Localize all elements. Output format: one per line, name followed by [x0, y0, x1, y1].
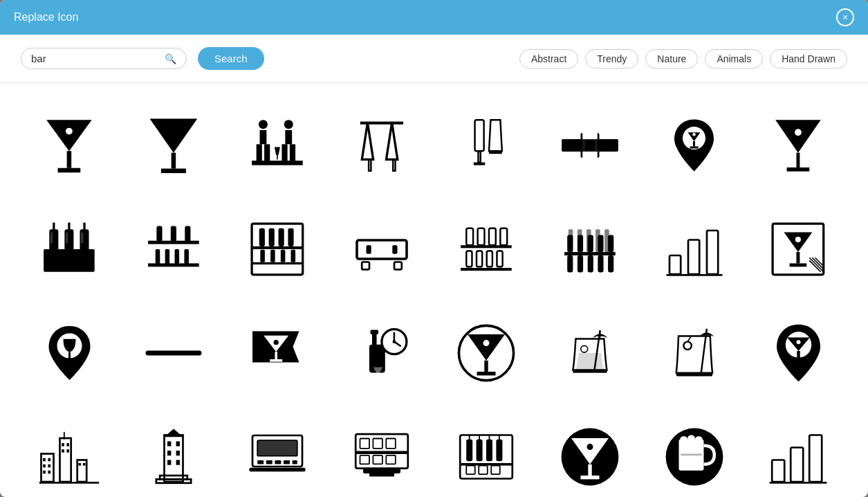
svg-point-144 — [796, 340, 800, 344]
svg-rect-145 — [797, 351, 800, 359]
icon-bar-table-top[interactable] — [333, 201, 430, 298]
icon-bar-display[interactable] — [333, 408, 430, 497]
icon-martini-banner[interactable] — [229, 305, 326, 401]
filter-abstract[interactable]: Abstract — [519, 49, 578, 69]
svg-rect-46 — [50, 232, 53, 243]
icon-beer-crate[interactable] — [21, 201, 118, 298]
search-button[interactable]: Search — [198, 47, 264, 70]
svg-marker-130 — [468, 334, 505, 361]
svg-marker-4 — [149, 119, 197, 153]
svg-point-131 — [483, 340, 489, 346]
svg-rect-162 — [64, 432, 65, 440]
svg-rect-203 — [466, 466, 475, 475]
svg-rect-178 — [266, 460, 273, 464]
icon-martini-pin[interactable] — [750, 305, 847, 401]
icon-martini-2[interactable] — [125, 97, 222, 194]
filter-trendy[interactable]: Trendy — [585, 49, 638, 69]
svg-point-11 — [284, 120, 293, 129]
search-input[interactable] — [31, 53, 159, 64]
svg-rect-57 — [184, 249, 189, 264]
svg-rect-197 — [496, 440, 502, 462]
svg-rect-190 — [386, 455, 396, 464]
svg-rect-199 — [479, 435, 480, 441]
filter-animals[interactable]: Animals — [705, 49, 763, 69]
svg-rect-51 — [156, 226, 162, 242]
svg-rect-59 — [252, 246, 303, 249]
icon-grid — [21, 97, 847, 497]
svg-rect-192 — [369, 473, 394, 476]
icon-pos-register[interactable] — [229, 408, 326, 497]
icon-beer-dark-circle[interactable] — [646, 408, 743, 497]
icon-divider[interactable] — [125, 305, 222, 401]
svg-rect-48 — [81, 232, 83, 243]
svg-rect-75 — [461, 268, 512, 271]
svg-rect-181 — [293, 460, 297, 464]
svg-rect-100 — [670, 255, 681, 274]
icon-bar-chart-2[interactable] — [750, 408, 847, 497]
svg-rect-103 — [666, 274, 722, 276]
svg-rect-149 — [48, 458, 50, 462]
svg-rect-172 — [176, 460, 179, 465]
svg-rect-155 — [62, 443, 64, 446]
svg-rect-219 — [810, 435, 822, 482]
icon-martini-outline[interactable] — [750, 97, 847, 194]
icon-bar-location-pin[interactable] — [646, 97, 743, 194]
svg-rect-65 — [261, 250, 266, 262]
icon-bar-shelves-1[interactable] — [125, 201, 222, 298]
icon-champagne-pint[interactable] — [438, 97, 535, 194]
icon-bar-shelves-2[interactable] — [438, 201, 535, 298]
svg-rect-116 — [145, 350, 201, 355]
svg-rect-171 — [167, 460, 171, 465]
svg-rect-156 — [66, 443, 69, 446]
svg-rect-158 — [66, 449, 69, 453]
icon-bar-stools[interactable] — [333, 97, 430, 194]
svg-rect-17 — [277, 155, 278, 160]
svg-rect-37 — [797, 153, 800, 168]
svg-rect-67 — [281, 250, 286, 262]
svg-rect-151 — [48, 464, 50, 468]
svg-marker-0 — [46, 120, 91, 151]
filter-hand-drawn[interactable]: Hand Drawn — [770, 49, 847, 69]
icon-city-bar-1[interactable] — [21, 408, 118, 497]
icon-martini-dark-circle[interactable] — [542, 408, 638, 497]
icon-martini-circle[interactable] — [438, 305, 535, 401]
svg-point-127 — [392, 340, 396, 343]
icon-cocktail-umbrella-2[interactable] — [646, 305, 743, 401]
svg-rect-118 — [275, 352, 278, 359]
svg-rect-13 — [282, 144, 288, 161]
svg-rect-132 — [484, 361, 488, 372]
svg-rect-90 — [567, 235, 573, 253]
svg-rect-66 — [270, 250, 275, 262]
icon-building-1[interactable] — [125, 408, 222, 497]
svg-rect-98 — [598, 255, 604, 273]
icon-cocktail-umbrella-1[interactable] — [542, 305, 638, 401]
svg-rect-2 — [58, 168, 81, 173]
icon-bow-tie[interactable] — [542, 97, 638, 194]
svg-rect-6 — [161, 169, 186, 174]
svg-rect-101 — [688, 240, 699, 275]
svg-rect-44 — [68, 223, 70, 232]
svg-rect-201 — [499, 435, 500, 441]
svg-rect-45 — [83, 223, 85, 232]
search-wrapper: 🔍 — [21, 48, 187, 69]
icon-bar-cabinet[interactable] — [229, 201, 326, 298]
svg-rect-47 — [66, 232, 68, 243]
icon-bar-chart[interactable] — [646, 201, 743, 298]
svg-rect-32 — [693, 141, 695, 147]
close-button[interactable]: × — [836, 8, 854, 26]
svg-rect-187 — [386, 438, 396, 448]
svg-rect-10 — [264, 144, 270, 161]
svg-rect-80 — [466, 251, 472, 266]
icon-martini-framed[interactable] — [750, 201, 847, 298]
svg-rect-204 — [479, 466, 488, 475]
svg-point-36 — [795, 129, 802, 136]
icon-bar-shelf-back[interactable] — [542, 201, 638, 298]
svg-rect-198 — [468, 435, 470, 441]
icon-martini-1[interactable] — [21, 97, 118, 194]
icon-wine-location[interactable] — [21, 305, 118, 401]
icon-bar-tools[interactable] — [438, 408, 535, 497]
filter-nature[interactable]: Nature — [645, 49, 698, 69]
icon-grid-container[interactable] — [0, 83, 868, 497]
icon-bottle-clock[interactable] — [333, 305, 430, 401]
icon-bar-scene[interactable] — [229, 97, 326, 194]
